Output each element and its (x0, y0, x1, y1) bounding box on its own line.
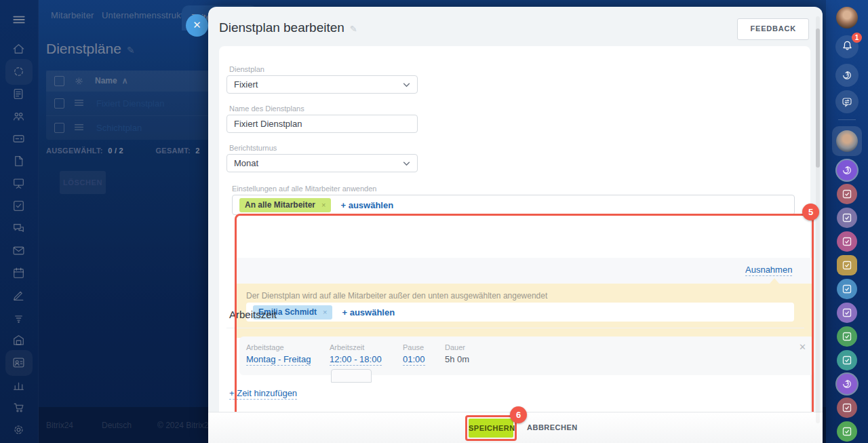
modal-title: Dienstplan bearbeiten✎ (219, 20, 357, 35)
check-icon (837, 350, 857, 370)
copilot-chat[interactable] (837, 160, 857, 180)
pin-icon[interactable]: ✎ (350, 24, 357, 34)
check-icon (837, 208, 857, 228)
report-period-label: Berichtsturnus (229, 144, 277, 152)
check-icon (837, 279, 857, 299)
apply-all-tag-field[interactable]: An alle Mitarbeiter × + auswählen (232, 195, 795, 215)
step-badge-6: 6 (510, 406, 527, 423)
bitrix24-hr-app: Mitarbeiter Unternehmensstruktur Zeiterf… (0, 0, 868, 443)
check-icon (837, 421, 857, 442)
notifications[interactable]: 1 (835, 35, 859, 58)
check-icon (837, 326, 857, 347)
close-icon[interactable]: ✕ (186, 14, 208, 37)
task-chat-6[interactable] (837, 303, 857, 323)
spiral-icon (837, 374, 857, 394)
task-chat-9[interactable] (837, 398, 857, 418)
remove-tag-icon[interactable]: × (321, 201, 326, 209)
step-badge-5: 5 (802, 204, 819, 220)
task-chat-1[interactable] (837, 184, 857, 204)
schedule-name-input[interactable]: Fixiert Dienstplan (226, 115, 418, 133)
spiral-icon (837, 160, 857, 180)
chat-icon (835, 90, 859, 113)
apply-all-label: Einstellungen auf alle Mitarbeiter anwen… (232, 185, 376, 193)
form-panel: Dienstplan Fixiert Name des Dienstplans … (219, 46, 810, 443)
task-chat-3[interactable] (837, 231, 857, 252)
active-user-avatar[interactable] (832, 126, 862, 156)
copilot-chat-2[interactable] (837, 374, 857, 394)
check-icon (837, 184, 857, 204)
modal-footer: SPEICHERN 6 ABBRECHEN (208, 412, 823, 443)
avatar (836, 130, 858, 152)
edit-schedule-modal: Dienstplan bearbeiten✎ FEEDBACK Dienstpl… (208, 7, 823, 443)
check-icon (837, 303, 857, 323)
all-employees-tag[interactable]: An alle Mitarbeiter × (239, 198, 331, 212)
save-button[interactable]: SPEICHERN (469, 419, 513, 438)
scrollbar-thumb[interactable] (816, 28, 820, 168)
task-chat-8[interactable] (837, 350, 857, 370)
chevron-down-icon (403, 79, 410, 90)
add-employees-link[interactable]: + auswählen (340, 200, 393, 210)
user-avatar[interactable] (836, 7, 858, 28)
report-period-select[interactable]: Monat (226, 154, 418, 172)
task-chat-5[interactable] (837, 279, 857, 299)
tutorial-highlight-section (235, 214, 814, 418)
notification-badge: 1 (852, 33, 862, 43)
task-chat-4[interactable] (837, 255, 857, 275)
divider (838, 119, 856, 120)
chat-transfer[interactable] (835, 90, 859, 113)
task-chat-7[interactable] (837, 326, 857, 347)
avatar (836, 7, 858, 28)
cancel-button[interactable]: ABBRECHEN (527, 423, 578, 431)
chevron-down-icon (403, 158, 410, 168)
bell-icon (842, 40, 853, 54)
schedule-type-select[interactable]: Fixiert (226, 75, 418, 94)
task-chat-2[interactable] (837, 208, 857, 228)
check-icon (837, 398, 857, 418)
task-chat-10[interactable] (837, 421, 857, 442)
schedule-type-label: Dienstplan (229, 65, 264, 73)
feedback-button[interactable]: FEEDBACK (737, 18, 809, 40)
right-rail: 1 (826, 0, 868, 443)
partially-hidden-button (331, 369, 372, 383)
tutorial-highlight-save: SPEICHERN (465, 415, 517, 441)
spiral-icon (835, 64, 859, 87)
schedule-name-label: Name des Dienstplans (229, 104, 304, 113)
check-icon (837, 255, 857, 275)
check-icon (837, 231, 857, 252)
copilot[interactable] (835, 64, 859, 87)
